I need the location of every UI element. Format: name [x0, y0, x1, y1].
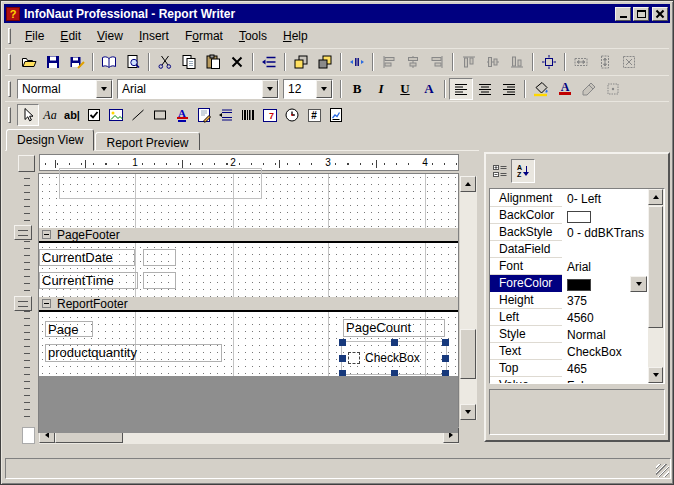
property-scroll-thumb[interactable] [648, 206, 663, 328]
vertical-scroll-thumb[interactable] [460, 329, 476, 379]
font-combo-arrow[interactable] [262, 80, 278, 98]
picture-tool-button[interactable] [105, 104, 127, 126]
font-color-button[interactable]: A [553, 78, 577, 100]
save-as-button[interactable] [65, 51, 89, 73]
prop-row-top[interactable]: Top465 [490, 360, 664, 377]
toolbar-grip[interactable] [8, 107, 11, 123]
prop-row-style[interactable]: StyleNormal [490, 326, 664, 343]
tab-report-preview[interactable]: Report Preview [95, 132, 199, 151]
forecolor-dropdown-button[interactable] [630, 276, 647, 292]
collapse-icon[interactable] [42, 230, 51, 239]
style-combo-arrow[interactable] [96, 80, 112, 98]
reorder-sections-button[interactable] [257, 51, 281, 73]
field-empty[interactable] [143, 249, 176, 266]
align-center-button[interactable] [473, 78, 497, 100]
field-productquantity[interactable]: productquantity [45, 344, 222, 362]
select-pointer-button[interactable] [17, 104, 39, 126]
print-preview-button[interactable] [121, 51, 145, 73]
label-tool-button[interactable]: Aa [39, 104, 61, 126]
style-combo[interactable]: Normal [17, 79, 113, 99]
property-grid-scrollbar[interactable] [648, 189, 664, 383]
align-bottoms-button[interactable] [505, 51, 529, 73]
scroll-down-button[interactable] [460, 404, 476, 420]
prop-row-backcolor[interactable]: BackColor [490, 207, 664, 224]
report-design-canvas[interactable]: PageFooter CurrentDate CurrentTime Repor… [38, 173, 459, 433]
align-left-button[interactable] [449, 78, 473, 100]
section-resize-handle-pagefooter[interactable] [14, 225, 32, 240]
size-same-height-button[interactable] [593, 51, 617, 73]
align-right-button[interactable] [497, 78, 521, 100]
prop-row-text[interactable]: TextCheckBox [490, 343, 664, 360]
selection-handle[interactable] [339, 339, 346, 346]
cut-button[interactable] [153, 51, 177, 73]
size-combo-arrow[interactable] [316, 80, 332, 98]
field-currentdate[interactable]: CurrentDate [39, 249, 135, 266]
menu-item-file[interactable]: File [17, 27, 52, 45]
collapse-icon[interactable] [42, 299, 51, 308]
pagebreak-tool-button[interactable] [215, 104, 237, 126]
align-tops-button[interactable] [457, 51, 481, 73]
align-middles-button[interactable] [481, 51, 505, 73]
richtext-tool-button[interactable]: A [171, 104, 193, 126]
field-currenttime[interactable]: CurrentTime [39, 272, 138, 289]
chart-tool-button[interactable] [325, 104, 347, 126]
field-pagecount[interactable]: PageCount [343, 319, 445, 337]
prop-row-alignment[interactable]: Alignment0- Left [490, 190, 664, 207]
format-painter-button[interactable] [577, 78, 601, 100]
save-button[interactable] [41, 51, 65, 73]
bring-to-front-button[interactable] [289, 51, 313, 73]
scroll-up-button[interactable] [460, 176, 476, 192]
space-across-button[interactable] [345, 51, 369, 73]
tab-design-view[interactable]: Design View [6, 129, 94, 151]
checkbox-tool-button[interactable] [83, 104, 105, 126]
align-left-edges-button[interactable] [377, 51, 401, 73]
selection-handle[interactable] [442, 355, 449, 362]
delete-button[interactable] [225, 51, 249, 73]
size-same-width-button[interactable] [569, 51, 593, 73]
toolbar-grip[interactable] [8, 54, 11, 70]
clock-tool-button[interactable] [281, 104, 303, 126]
align-centers-button[interactable] [401, 51, 425, 73]
resize-grip[interactable] [656, 464, 669, 477]
selection-handle[interactable] [442, 339, 449, 346]
grid-button[interactable] [601, 78, 625, 100]
data-dictionary-button[interactable] [97, 51, 121, 73]
menu-grip[interactable] [8, 28, 11, 44]
fill-color-button[interactable] [529, 78, 553, 100]
line-tool-button[interactable] [127, 104, 149, 126]
toolbar-grip[interactable] [8, 81, 11, 97]
open-button[interactable] [17, 51, 41, 73]
prop-row-value[interactable]: ValueFalse [490, 377, 664, 384]
menu-item-insert[interactable]: Insert [131, 27, 177, 45]
maximize-button[interactable] [633, 7, 649, 21]
barcode-tool-button[interactable] [237, 104, 259, 126]
section-resize-handle-reportfooter[interactable] [14, 296, 32, 311]
menu-item-help[interactable]: Help [275, 27, 316, 45]
title-bar[interactable]: ? InfoNaut Professional - Report Writer [4, 4, 670, 23]
menu-item-format[interactable]: Format [177, 27, 231, 45]
scroll-down-button[interactable] [648, 367, 663, 383]
copy-button[interactable] [177, 51, 201, 73]
prop-row-datafield[interactable]: DataField [490, 241, 664, 258]
selected-checkbox-control[interactable]: CheckBox [341, 341, 447, 375]
font-combo[interactable]: Arial [117, 79, 279, 99]
send-to-back-button[interactable] [313, 51, 337, 73]
categorized-view-button[interactable] [490, 160, 510, 182]
section-header-reportfooter[interactable]: ReportFooter [39, 297, 458, 312]
empty-field-outline[interactable] [59, 168, 262, 199]
field-page[interactable]: Page [45, 321, 93, 337]
canvas-vertical-scrollbar[interactable] [460, 176, 477, 420]
shape-tool-button[interactable] [149, 104, 171, 126]
scroll-up-button[interactable] [648, 189, 663, 205]
subreport-tool-button[interactable] [193, 104, 215, 126]
font-size-combo[interactable]: 12 [283, 79, 333, 99]
property-grid[interactable]: Alignment0- Left BackColor BackStyle0 - … [489, 188, 665, 384]
menu-item-view[interactable]: View [89, 27, 131, 45]
prop-row-backstyle[interactable]: BackStyle0 - ddBKTrans [490, 224, 664, 241]
field-empty[interactable] [143, 272, 176, 289]
menu-item-tools[interactable]: Tools [231, 27, 275, 45]
minimize-button[interactable] [615, 7, 631, 21]
calendar-tool-button[interactable]: 7 [259, 104, 281, 126]
prop-row-left[interactable]: Left4560 [490, 309, 664, 326]
paste-button[interactable] [201, 51, 225, 73]
